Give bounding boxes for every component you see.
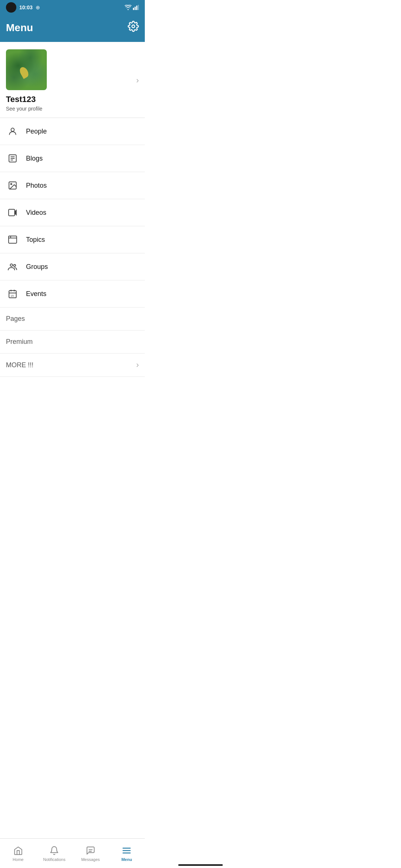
app-header: Menu [0, 15, 145, 42]
more-chevron-icon: › [136, 360, 139, 370]
menu-item-pages[interactable]: Pages [0, 308, 145, 331]
profile-subtitle: See your profile [6, 106, 47, 112]
menu-label-events: Events [26, 290, 46, 298]
menu-item-photos[interactable]: Photos [0, 172, 145, 199]
svg-rect-0 [133, 8, 134, 10]
location-icon: ⊕ [36, 4, 40, 10]
menu-label-more: MORE !!! [6, 361, 33, 369]
status-bar-left: 10:03 ⊕ [6, 2, 40, 13]
profile-left: Test123 See your profile [6, 49, 47, 112]
topics-icon [6, 233, 19, 246]
events-icon: 15 [6, 287, 19, 300]
settings-button[interactable] [128, 21, 139, 34]
videos-icon [6, 206, 19, 219]
svg-point-18 [14, 264, 16, 266]
menu-item-events[interactable]: 15 Events [0, 280, 145, 308]
blog-icon [6, 152, 19, 165]
profile-username: Test123 [6, 95, 47, 104]
svg-rect-14 [9, 236, 17, 243]
status-bar: 10:03 ⊕ [0, 0, 145, 15]
wifi-icon [125, 5, 131, 10]
menu-item-premium[interactable]: Premium [0, 331, 145, 354]
menu-item-blogs[interactable]: Blogs [0, 145, 145, 172]
status-icons [125, 5, 139, 10]
menu-label-blogs: Blogs [26, 155, 43, 162]
svg-rect-1 [135, 7, 136, 10]
page-title: Menu [6, 22, 33, 34]
svg-point-5 [11, 128, 14, 131]
svg-rect-2 [136, 6, 137, 10]
photos-icon [6, 179, 19, 192]
svg-point-17 [10, 264, 13, 266]
menu-label-people: People [26, 128, 47, 135]
menu-label-videos: Videos [26, 209, 46, 217]
status-time: 10:03 [19, 4, 33, 10]
groups-icon [6, 260, 19, 273]
avatar [6, 49, 47, 90]
menu-item-groups[interactable]: Groups [0, 253, 145, 280]
svg-point-11 [11, 184, 12, 185]
svg-rect-3 [138, 5, 139, 10]
menu-item-more[interactable]: MORE !!! › [0, 354, 145, 377]
menu-label-pages: Pages [6, 315, 25, 323]
svg-point-4 [132, 25, 135, 28]
svg-text:15: 15 [11, 294, 14, 297]
status-dot [6, 2, 16, 13]
profile-chevron-icon: › [136, 76, 139, 85]
profile-section[interactable]: Test123 See your profile › [0, 42, 145, 118]
menu-list: People Blogs Photos Videos [0, 118, 145, 377]
menu-label-photos: Photos [26, 182, 47, 190]
menu-label-groups: Groups [26, 263, 48, 271]
svg-rect-12 [9, 209, 14, 216]
main-content: Test123 See your profile › People Blogs … [0, 42, 145, 410]
menu-item-topics[interactable]: Topics [0, 226, 145, 253]
signal-icon [133, 5, 139, 10]
menu-label-topics: Topics [26, 236, 45, 244]
menu-label-premium: Premium [6, 338, 33, 346]
menu-item-people[interactable]: People [0, 118, 145, 145]
person-icon [6, 125, 19, 138]
menu-item-videos[interactable]: Videos [0, 199, 145, 226]
